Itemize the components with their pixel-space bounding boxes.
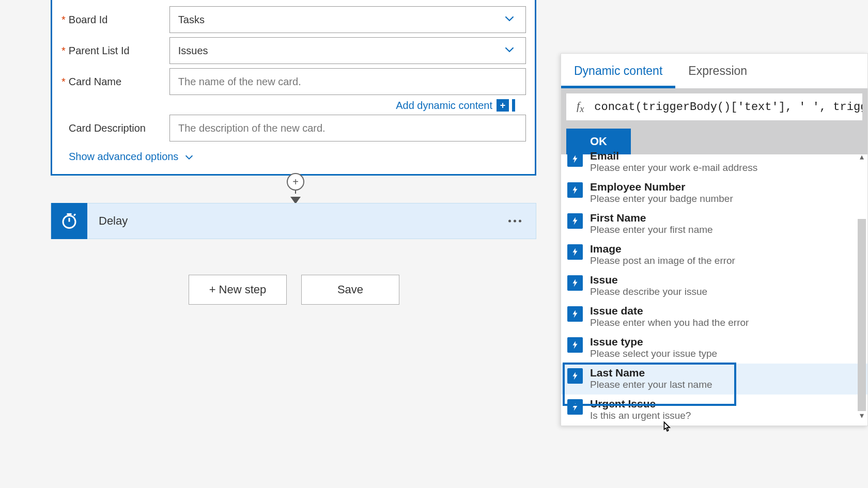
card-description-input[interactable]: The description of the new card. bbox=[169, 115, 526, 141]
flow-token-icon bbox=[567, 151, 583, 167]
required-star: * bbox=[61, 45, 66, 57]
show-advanced-options-link[interactable]: Show advanced options bbox=[69, 151, 530, 163]
delay-icon bbox=[51, 203, 87, 239]
board-id-label: Board Id bbox=[69, 14, 169, 26]
dynamic-content-list: EmailPlease enter your work e-mail addre… bbox=[561, 150, 867, 426]
expression-input[interactable]: fx concat(triggerBody()['text'], ' ', tr… bbox=[566, 93, 862, 120]
add-step-inline-button[interactable]: + bbox=[287, 173, 304, 191]
caret-bar bbox=[512, 99, 515, 112]
scroll-down-icon[interactable]: ▾ bbox=[858, 411, 866, 420]
flow-token-icon bbox=[567, 399, 583, 415]
add-dynamic-content-label: Add dynamic content bbox=[396, 100, 492, 112]
parent-list-value: Issues bbox=[178, 45, 208, 57]
chevron-down-icon bbox=[183, 151, 195, 163]
card-description-label: Card Description bbox=[69, 122, 169, 134]
flow-token-icon bbox=[567, 182, 583, 198]
flow-token-icon bbox=[567, 275, 583, 291]
board-id-value: Tasks bbox=[178, 14, 205, 26]
fx-icon: fx bbox=[566, 99, 594, 115]
save-button[interactable]: Save bbox=[301, 275, 399, 305]
card-name-input[interactable]: The name of the new card. bbox=[169, 68, 526, 95]
tab-dynamic-content[interactable]: Dynamic content bbox=[561, 54, 675, 88]
parent-list-label: Parent List Id bbox=[69, 45, 169, 57]
step-connector: + bbox=[285, 173, 306, 204]
card-name-label: Card Name bbox=[69, 76, 169, 88]
flow-token-icon bbox=[567, 306, 583, 322]
dynamic-item-urgent-issue[interactable]: Urgent IssueIs this an urgent issue? bbox=[561, 395, 867, 426]
new-step-button[interactable]: + New step bbox=[189, 275, 287, 305]
flow-token-icon bbox=[567, 337, 583, 353]
tab-expression[interactable]: Expression bbox=[675, 54, 760, 88]
scrollbar-thumb[interactable] bbox=[858, 219, 866, 411]
dynamic-item-issue-date[interactable]: Issue datePlease enter when you had the … bbox=[561, 302, 867, 333]
board-id-select[interactable]: Tasks bbox=[169, 6, 526, 33]
create-card-form: * Board Id Tasks * Parent List Id Issues… bbox=[51, 0, 536, 176]
advanced-options-label: Show advanced options bbox=[69, 151, 178, 163]
dynamic-item-last-name[interactable]: Last NamePlease enter your last name bbox=[561, 364, 867, 395]
dynamic-item-first-name[interactable]: First NamePlease enter your first name bbox=[561, 209, 867, 240]
dynamic-content-panel: Dynamic content Expression fx concat(tri… bbox=[561, 53, 868, 426]
dynamic-item-issue-type[interactable]: Issue typePlease select your issue type bbox=[561, 333, 867, 364]
step-more-menu[interactable] bbox=[508, 220, 521, 223]
dynamic-item-image[interactable]: ImagePlease post an image of the error bbox=[561, 240, 867, 271]
dynamic-item-email[interactable]: EmailPlease enter your work e-mail addre… bbox=[561, 150, 867, 178]
plus-icon: + bbox=[497, 99, 509, 112]
card-name-placeholder: The name of the new card. bbox=[178, 76, 301, 88]
parent-list-select[interactable]: Issues bbox=[169, 37, 526, 64]
required-star: * bbox=[61, 14, 66, 26]
scroll-up-icon[interactable]: ▴ bbox=[858, 152, 866, 162]
chevron-down-icon bbox=[503, 43, 516, 59]
delay-step-card[interactable]: Delay bbox=[51, 203, 536, 239]
dynamic-item-issue[interactable]: IssuePlease describe your issue bbox=[561, 271, 867, 302]
flow-token-icon bbox=[567, 213, 583, 229]
dynamic-item-employee-number[interactable]: Employee NumberPlease enter your badge n… bbox=[561, 178, 867, 209]
svg-line-3 bbox=[74, 214, 75, 216]
delay-title: Delay bbox=[99, 214, 128, 228]
chevron-down-icon bbox=[503, 12, 516, 28]
card-description-placeholder: The description of the new card. bbox=[178, 122, 326, 134]
flow-token-icon bbox=[567, 244, 583, 260]
add-dynamic-content-link[interactable]: Add dynamic content + bbox=[396, 99, 515, 112]
expression-text: concat(triggerBody()['text'], ' ', trigg… bbox=[594, 101, 862, 114]
flow-token-icon bbox=[567, 368, 583, 384]
required-star: * bbox=[61, 76, 66, 88]
